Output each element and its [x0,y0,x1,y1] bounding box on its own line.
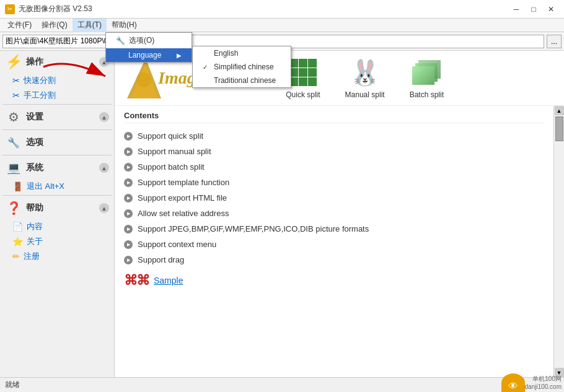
bullet-manual-split [124,147,133,156]
sidebar-item-manual-split[interactable]: ✂ 手工分割 [0,88,114,103]
divider-4 [2,195,112,196]
content-item-manual-split[interactable]: Support manual split [124,144,544,159]
content-item-quick-split[interactable]: Support quick split [124,128,544,144]
scroll-thumb[interactable] [555,116,563,141]
contents-icon: 📄 [12,222,23,232]
close-button[interactable]: ✕ [543,3,559,15]
sample-link[interactable]: Sample [154,276,183,285]
register-icon: ✏ [12,251,20,261]
help-title: 帮助 [26,203,43,214]
settings-title: 设置 [26,111,43,123]
maximize-button[interactable]: □ [526,3,542,15]
scroll-up[interactable]: ▲ [555,106,564,115]
content-item-formats[interactable]: Support JPEG,BMP,GIF,WMF,EMF,PNG,ICO,DIB… [124,221,544,237]
minimize-button[interactable]: ─ [508,3,524,15]
menu-tools[interactable]: 工具(T) [73,19,107,32]
contents-area: Contents Support quick split Support man… [115,106,553,377]
operation-title: 操作 [26,56,43,68]
tools-dropdown: 🔧 选项(O) Language ▶ [105,32,192,63]
batch-split-feature-icon [411,57,442,88]
sidebar-section-options[interactable]: 🔧 选项 [0,131,114,154]
content-area: ImageCutter Quick split 🐰 Manual split [115,51,564,377]
site-label: 单机100网 danji100.com [525,375,562,392]
manual-split-label: Manual split [345,90,385,99]
contents-title: Contents [124,111,544,123]
main-layout: ⚡ 操作 ▲ ✂ 快速分割 ✂ 手工分割 ⚙ 设置 ▲ 🔧 选项 💻 [0,51,564,377]
sidebar-item-contents[interactable]: 📄 内容 [0,219,114,234]
sidebar-item-quick-split[interactable]: ✂ 快速分割 [0,73,114,88]
options-icon: 🔧 [116,37,125,45]
quick-split-label: Quick split [286,90,320,99]
help-icon: ❓ [5,199,22,217]
bullet-context-menu [124,240,133,249]
content-item-drag[interactable]: Support drag [124,252,544,268]
system-icon: 💻 [5,159,22,176]
window-controls: ─ □ ✕ [508,3,559,15]
watermark-icon: 👁 [508,381,518,392]
feature-manual-split[interactable]: 🐰 Manual split [345,57,385,99]
content-item-relative-addr[interactable]: Allow set relative address [124,206,544,221]
divider-3 [2,155,112,155]
sample-icon: ⌘⌘ [124,272,149,289]
bullet-html-export [124,194,133,203]
sidebar-section-settings[interactable]: ⚙ 设置 ▲ [0,106,114,128]
sidebar-item-about[interactable]: ⭐ 关于 [0,234,114,249]
bullet-quick-split [124,132,133,141]
bullet-batch-split [124,163,133,172]
app-logo-svg [127,58,161,98]
simplified-check: ✓ [203,64,210,71]
about-icon: ⭐ [12,237,23,246]
menu-edit[interactable]: 操作(Q) [37,19,72,32]
app-title: 无敌图像分割器 V2.53 [19,4,92,14]
bullet-template [124,178,133,187]
quick-split-feature-icon [288,57,319,88]
sidebar-section-operation[interactable]: ⚡ 操作 ▲ [0,51,114,73]
content-item-batch-split[interactable]: Support batch split [124,159,544,175]
batch-split-label: Batch split [410,90,444,99]
system-collapse-btn[interactable]: ▲ [99,163,109,173]
exit-icon: 🚪 [12,181,23,191]
manual-split-icon: ✂ [12,90,20,100]
status-bar: 就绪 👁 单机100网 danji100.com [0,377,564,392]
status-text: 就绪 [5,380,20,390]
settings-icon: ⚙ [5,108,22,126]
svg-point-2 [136,72,151,87]
sidebar-section-system[interactable]: 💻 系统 ▲ [0,157,114,179]
submenu-arrow-icon: ▶ [177,52,182,59]
sidebar-item-exit[interactable]: 🚪 退出 Alt+X [0,179,114,194]
tools-language[interactable]: Language ▶ [106,48,192,62]
lang-traditional[interactable]: Traditional chinese [193,74,291,87]
content-item-context-menu[interactable]: Support context menu [124,237,544,252]
help-collapse-btn[interactable]: ▲ [99,203,109,213]
watermark-area: 👁 单机100网 danji100.com [501,373,564,392]
sidebar-item-register[interactable]: ✏ 注册 [0,249,114,264]
menu-help[interactable]: 帮助(H) [107,19,142,32]
divider-2 [2,129,112,130]
options-title: 选项 [26,137,43,148]
sidebar: ⚡ 操作 ▲ ✂ 快速分割 ✂ 手工分割 ⚙ 设置 ▲ 🔧 选项 💻 [0,51,115,377]
watermark-circle: 👁 [501,373,525,392]
scrollbar[interactable]: ▲ ▼ [553,106,564,377]
menu-bar: 文件(F) 操作(Q) 工具(T) 帮助(H) 🔧 选项(O) Language… [0,19,564,32]
bullet-drag [124,256,133,264]
lang-english[interactable]: English [193,46,291,60]
bullet-formats [124,225,133,233]
browse-button[interactable]: ... [547,35,562,48]
settings-collapse-btn[interactable]: ▲ [99,112,109,122]
quick-split-icon: ✂ [12,76,20,85]
options-sidebar-icon: 🔧 [5,134,22,151]
app-icon: ✂ [5,4,15,14]
lang-simplified[interactable]: ✓ Simplified chinese [193,60,291,74]
tools-options[interactable]: 🔧 选项(O) [106,33,192,48]
title-bar: ✂ 无敌图像分割器 V2.53 ─ □ ✕ [0,0,564,19]
manual-split-feature-icon: 🐰 [350,57,381,88]
sidebar-section-help[interactable]: ❓ 帮助 ▲ [0,197,114,219]
content-item-template[interactable]: Support template function [124,175,544,190]
divider-1 [2,104,112,105]
sample-section: ⌘⌘ Sample [124,268,544,294]
language-submenu: English ✓ Simplified chinese Traditional… [192,46,291,88]
menu-file[interactable]: 文件(F) [2,19,37,32]
feature-batch-split[interactable]: Batch split [410,57,444,99]
system-title: 系统 [26,162,43,173]
content-item-html-export[interactable]: Support export HTML file [124,190,544,206]
